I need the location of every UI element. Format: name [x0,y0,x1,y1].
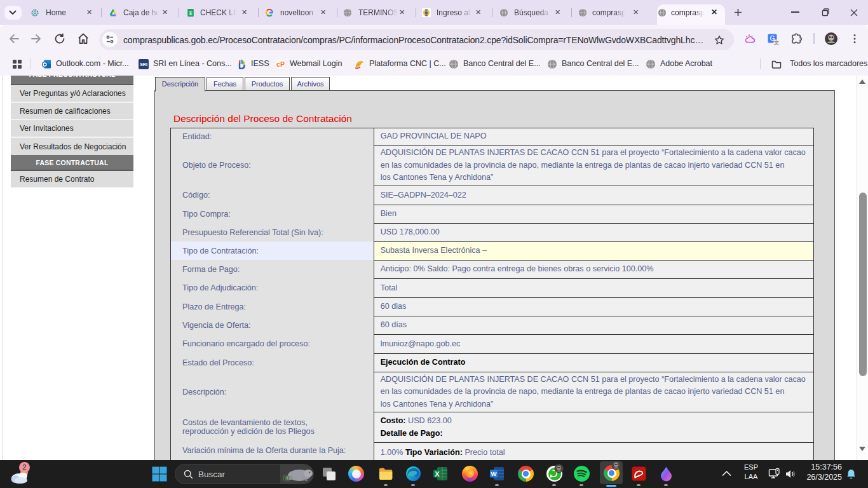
svg-text:cP: cP [276,60,285,68]
svg-text:W: W [491,470,497,477]
svg-text:文: 文 [774,40,779,46]
svg-text:SRI: SRI [140,62,147,67]
svg-text:X: X [435,470,440,478]
